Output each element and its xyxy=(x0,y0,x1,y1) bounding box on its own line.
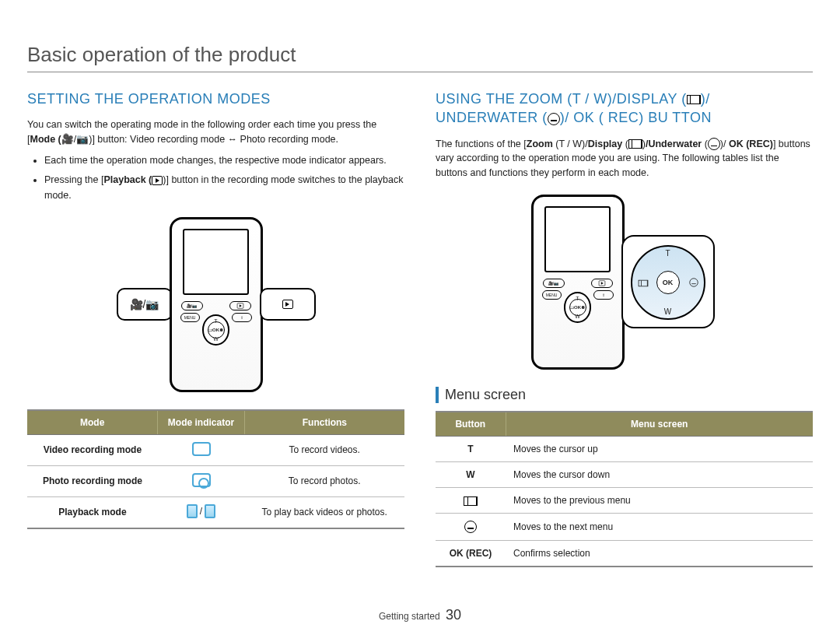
uw-open: ( xyxy=(702,139,708,149)
share-button: ⇧ xyxy=(232,313,251,322)
desc-cell: Moves the cursor up xyxy=(506,436,813,461)
th-mode: Mode xyxy=(27,410,158,435)
play-button xyxy=(229,301,251,310)
device-screen xyxy=(544,206,611,272)
display-icon xyxy=(636,278,650,287)
device-body: 🎥/📷 MENU T W ▭ ☻ OK xyxy=(531,195,625,370)
th-button: Button xyxy=(436,412,506,437)
left-column: SETTING THE OPERATION MODES You can swit… xyxy=(27,89,404,567)
bullet1: Each time the operation mode changes, th… xyxy=(44,153,404,168)
btn-cell xyxy=(436,513,506,540)
mode-button: 🎥/📷 xyxy=(543,279,565,288)
underwater-icon xyxy=(688,276,700,289)
footer-section: Getting started xyxy=(379,611,440,622)
display-icon: ▭ xyxy=(569,304,575,310)
page-number: 30 xyxy=(446,607,461,623)
indicator-cell: / xyxy=(158,496,244,528)
menu-button: MENU xyxy=(180,313,200,322)
dpad-w: W xyxy=(213,336,219,342)
heading-a: USING THE ZOOM (T / W)/DISPLAY ( xyxy=(436,91,687,107)
bullet2-a: Pressing the [ xyxy=(44,174,103,185)
okrec-label: OK (REC) xyxy=(729,139,773,149)
underwater-icon xyxy=(708,138,720,150)
underwater-icon xyxy=(548,113,560,125)
play-button xyxy=(591,279,613,288)
dpad-t: T xyxy=(576,296,579,301)
fn-cell: To play back videos or photos. xyxy=(244,496,404,528)
display-icon xyxy=(687,95,701,104)
left-bullets: Each time the operation mode changes, th… xyxy=(27,153,404,203)
mode-callout: 🎥/📷 xyxy=(117,288,173,321)
dpad: T W ▭ ☻ OK xyxy=(564,292,592,323)
table-row: Video recording mode To record videos. xyxy=(27,434,404,465)
th-indicator: Mode indicator xyxy=(158,410,244,435)
underwater-label: /Underwater xyxy=(646,139,702,149)
left-heading: SETTING THE OPERATION MODES xyxy=(27,89,404,108)
underwater-icon: ☻ xyxy=(580,304,586,310)
left-device-illustration: 🎥/📷 🎥/📷 MENU T W xyxy=(27,217,404,392)
share-button: ⇧ xyxy=(593,290,613,300)
dpad-callout: T W OK xyxy=(621,235,715,328)
dpad-t: T xyxy=(214,318,217,324)
table-row: T Moves the cursor up xyxy=(436,436,813,461)
play-icon xyxy=(152,176,163,185)
dpad-large: T W OK xyxy=(631,245,705,320)
underwater-icon: ☻ xyxy=(219,327,224,332)
dpad-ok: OK xyxy=(656,271,680,294)
dpad: T W ▭ ☻ OK xyxy=(202,314,230,346)
btn-cell: W xyxy=(436,461,506,487)
underwater-icon xyxy=(464,521,477,533)
playback-icon-video xyxy=(187,504,198,518)
th-menu: Menu screen xyxy=(506,412,813,437)
mode-cell: Playback mode xyxy=(27,496,158,528)
display-label: Display xyxy=(588,139,622,149)
right-heading: USING THE ZOOM (T / W)/DISPLAY ()/ UNDER… xyxy=(436,89,813,128)
content-columns: SETTING THE OPERATION MODES You can swit… xyxy=(27,89,813,567)
fn-cell: To record videos. xyxy=(244,434,404,465)
mode-cell: Video recording mode xyxy=(27,434,158,465)
modes-table: Mode Mode indicator Functions Video reco… xyxy=(27,409,404,529)
th-functions: Functions xyxy=(244,410,404,435)
photo-mode-icon xyxy=(192,473,211,487)
left-intro: You can switch the operating mode in the… xyxy=(27,118,404,147)
table-row: Moves to the next menu xyxy=(436,513,813,540)
table-row: Photo recording mode To record photos. xyxy=(27,465,404,496)
indicator-cell xyxy=(158,434,244,465)
device-body: 🎥/📷 MENU T W ▭ ☻ OK xyxy=(170,217,263,392)
dpad-t: T xyxy=(665,249,670,258)
indicator-cell xyxy=(158,465,244,496)
desc-cell: Moves to the next menu xyxy=(506,513,813,540)
device-screen xyxy=(183,229,249,295)
table-row: Playback mode / To play back videos or p… xyxy=(27,496,404,528)
btn-cell: T xyxy=(436,436,506,461)
desc-cell: Confirms selection xyxy=(506,540,813,567)
desc-cell: Moves to the previous menu xyxy=(506,487,813,513)
table-row: Moves to the previous menu xyxy=(436,487,813,513)
btn-cell xyxy=(436,487,506,513)
intro-a: The functions of the [ xyxy=(436,139,527,149)
play-icon xyxy=(282,300,293,309)
page-footer: Getting started 30 xyxy=(0,607,840,623)
right-intro: The functions of the [Zoom (T / W)/Displ… xyxy=(436,137,813,181)
playback-callout xyxy=(260,288,316,321)
menu-button: MENU xyxy=(542,290,562,300)
zoom-label: Zoom xyxy=(527,139,553,149)
buttons-table: Button Menu screen T Moves the cursor up… xyxy=(436,411,813,567)
btn-cell: OK (REC) xyxy=(436,540,506,567)
heading-c: )/ OK ( REC) BU TTON xyxy=(560,110,712,125)
bullet2: Pressing the [Playback ()] button in the… xyxy=(44,173,404,203)
dpad-w: W xyxy=(575,314,580,319)
mode-cell: Photo recording mode xyxy=(27,465,158,496)
intro-mode-label: Mode ( xyxy=(30,134,61,145)
video-mode-icon xyxy=(192,442,211,456)
display-icon xyxy=(464,496,478,506)
display-icon: ▭ xyxy=(208,327,213,333)
table-row: W Moves the cursor down xyxy=(436,461,813,487)
playback-icon-photo xyxy=(205,504,215,518)
display-icon xyxy=(628,139,642,149)
fn-cell: To record photos. xyxy=(244,465,404,496)
right-device-illustration: 🎥/📷 MENU T W ▭ ☻ OK xyxy=(436,195,813,370)
intro-part-b: )] button: Video recording mode ↔ Photo … xyxy=(89,134,338,145)
mode-button: 🎥/📷 xyxy=(181,301,203,310)
bullet2-pb: Playback ( xyxy=(103,174,152,185)
